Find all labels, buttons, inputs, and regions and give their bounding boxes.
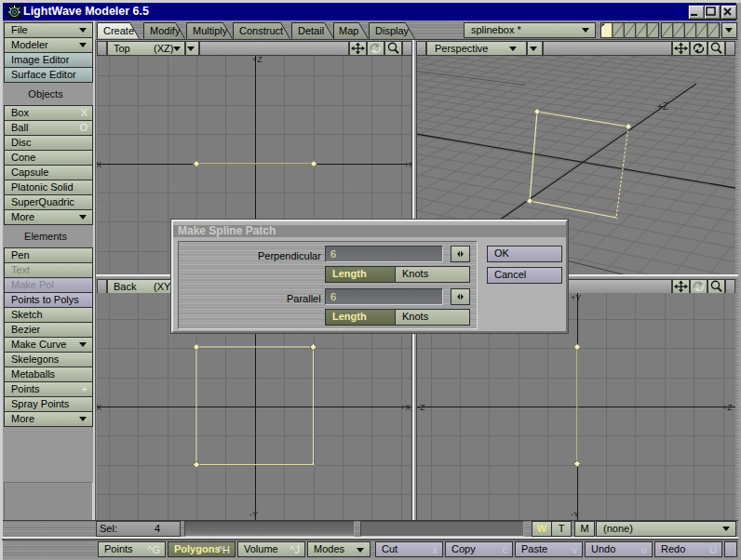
svg-text:-X: -X	[97, 160, 101, 169]
svg-text:-X: -X	[97, 403, 101, 412]
svg-text:Construct: Construct	[239, 25, 283, 36]
svg-text:+X: +X	[400, 403, 411, 412]
svg-text:+Z: +Z	[722, 403, 733, 412]
svg-text:Map: Map	[339, 25, 358, 36]
svg-text:-Y: -Y	[571, 510, 579, 519]
svg-text:Modify: Modify	[150, 25, 181, 36]
svg-text:Detail: Detail	[298, 25, 324, 36]
svg-text:Display: Display	[375, 25, 410, 36]
svg-text:+Y: +Y	[571, 293, 581, 302]
svg-text:Create: Create	[103, 25, 134, 36]
svg-text:-Z: -Z	[417, 403, 425, 412]
svg-text:-Y: -Y	[249, 510, 258, 519]
svg-text:+Z: +Z	[252, 56, 263, 64]
svg-text:Multiply: Multiply	[193, 25, 228, 36]
svg-text:+X: +X	[404, 160, 412, 169]
svg-text:+Z: +Z	[657, 101, 668, 112]
